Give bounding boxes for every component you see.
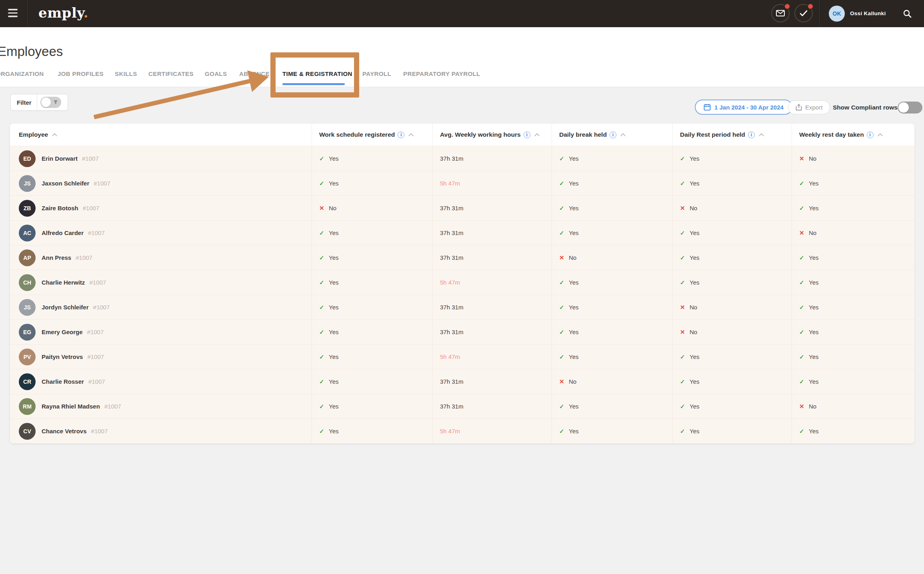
avatar: EG: [19, 324, 36, 341]
status-icon: ✓: [559, 428, 569, 435]
envelope-icon: [776, 10, 785, 16]
avg-hours-cell: 37h 31m: [433, 146, 552, 171]
status-value: Yes: [569, 329, 578, 335]
sort-caret-icon[interactable]: [408, 133, 414, 138]
status-value: No: [809, 229, 816, 236]
tab-time-registration[interactable]: TIME & REGISTRATION: [282, 70, 352, 77]
table-row[interactable]: EG Emery George #1007 ✓Yes 37h 31m ✓Yes …: [10, 319, 914, 344]
user-avatar[interactable]: OK: [829, 6, 845, 22]
info-icon[interactable]: i: [398, 132, 404, 138]
status-icon: ✓: [559, 329, 569, 336]
tab-preparatory-payroll[interactable]: PREPARATORY PAYROLL: [403, 70, 480, 77]
daily-rest-cell: ✓Yes: [673, 171, 792, 195]
employee-name: Chance Vetrovs: [42, 428, 87, 434]
table-row[interactable]: PV Paityn Vetrovs #1007 ✓Yes 5h 47m ✓Yes…: [10, 344, 914, 369]
filter-separator: [37, 94, 37, 110]
date-range-label: 1 Jan 2024 - 30 Apr 2024: [714, 104, 784, 111]
info-icon[interactable]: i: [610, 132, 616, 138]
status-icon: ✕: [680, 304, 690, 311]
work-schedule-cell: ✓Yes: [312, 345, 433, 369]
hours-value: 37h 31m: [440, 304, 463, 311]
tab-organization[interactable]: ORGANIZATION: [0, 70, 44, 77]
daily-break-cell: ✓Yes: [552, 320, 673, 344]
avatar: CR: [19, 373, 36, 390]
column-header-weekly-rest-day[interactable]: Weekly rest day takeni: [792, 124, 914, 146]
messages-button[interactable]: [771, 4, 790, 22]
avatar: RM: [19, 398, 36, 415]
topbar: emply. OK Ossi Kallunki: [0, 0, 924, 27]
employee-id: #1007: [76, 254, 92, 261]
tab-goals[interactable]: GOALS: [205, 70, 227, 77]
column-header-daily-break[interactable]: Daily break heldi: [552, 124, 673, 146]
daily-break-cell: ✓Yes: [552, 295, 673, 319]
status-value: No: [690, 304, 697, 311]
sort-caret-icon[interactable]: [759, 133, 764, 138]
column-header-avg-hours[interactable]: Avg. Weekly working hoursi: [433, 124, 552, 146]
info-icon[interactable]: i: [524, 132, 530, 138]
sort-caret-icon[interactable]: [878, 133, 883, 138]
employee-cell: JS Jaxson Schleifer #1007: [10, 171, 312, 195]
tab-job-profiles[interactable]: JOB PROFILES: [58, 70, 104, 77]
status-value: Yes: [329, 378, 338, 385]
status-icon: ✓: [680, 353, 690, 361]
table-row[interactable]: CH Charlie Herwitz #1007 ✓Yes 5h 47m ✓Ye…: [10, 270, 914, 295]
table-row[interactable]: AP Ann Press #1007 ✓Yes 37h 31m ✕No ✓Yes…: [10, 245, 914, 270]
work-schedule-cell: ✓Yes: [312, 295, 433, 319]
status-icon: ✓: [559, 180, 569, 187]
table-row[interactable]: ED Erin Dorwart #1007 ✓Yes 37h 31m ✓Yes …: [10, 146, 914, 171]
avg-hours-cell: 5h 47m: [433, 270, 552, 295]
employee-cell: ED Erin Dorwart #1007: [10, 146, 312, 171]
tab-absence[interactable]: ABSENCE: [239, 70, 270, 77]
show-compliant-toggle[interactable]: [898, 102, 922, 114]
status-icon: ✓: [799, 205, 809, 212]
status-value: Yes: [329, 254, 338, 261]
app-logo[interactable]: emply.: [38, 5, 88, 21]
tab-certificates[interactable]: CERTIFICATES: [148, 70, 194, 77]
status-icon: ✓: [680, 378, 690, 385]
filter-toggle[interactable]: [40, 97, 61, 108]
table-row[interactable]: CV Chance Vetrovs #1007 ✓Yes 5h 47m ✓Yes…: [10, 419, 914, 443]
weekly-rest-cell: ✓Yes: [792, 320, 914, 344]
table-row[interactable]: JS Jordyn Schleifer #1007 ✓Yes 37h 31m ✓…: [10, 295, 914, 319]
date-range-button[interactable]: 1 Jan 2024 - 30 Apr 2024: [695, 100, 792, 115]
table-row[interactable]: AC Alfredo Carder #1007 ✓Yes 37h 31m ✓Ye…: [10, 220, 914, 245]
active-tab-underline: [282, 83, 345, 85]
tab-payroll[interactable]: PAYROLL: [362, 70, 391, 77]
weekly-rest-cell: ✓Yes: [792, 196, 914, 220]
user-name[interactable]: Ossi Kallunki: [850, 10, 886, 16]
info-icon[interactable]: i: [748, 132, 755, 138]
table-row[interactable]: ZB Zaire Botosh #1007 ✕No 37h 31m ✓Yes ✕…: [10, 195, 914, 220]
avatar: CV: [19, 423, 36, 440]
table-row[interactable]: CR Charlie Rosser #1007 ✓Yes 37h 31m ✕No…: [10, 369, 914, 394]
employee-cell: CH Charlie Herwitz #1007: [10, 270, 312, 295]
filter-label: Filter: [17, 99, 32, 106]
column-header-employee[interactable]: Employee: [10, 124, 312, 146]
hamburger-menu-icon[interactable]: [8, 9, 18, 18]
table-row[interactable]: JS Jaxson Schleifer #1007 ✓Yes 5h 47m ✓Y…: [10, 171, 914, 195]
status-icon: ✓: [559, 205, 569, 212]
daily-break-cell: ✓Yes: [552, 196, 673, 220]
avg-hours-cell: 5h 47m: [433, 419, 552, 443]
sort-caret-icon[interactable]: [620, 133, 626, 138]
sort-caret-icon[interactable]: [52, 133, 57, 138]
avatar: PV: [19, 349, 36, 365]
status-icon: ✓: [559, 279, 569, 286]
table-row[interactable]: RM Rayna Rhiel Madsen #1007 ✓Yes 37h 31m…: [10, 394, 914, 419]
tasks-button[interactable]: [794, 4, 813, 22]
info-icon[interactable]: i: [867, 132, 874, 138]
search-icon[interactable]: [903, 10, 912, 20]
sort-caret-icon[interactable]: [534, 133, 540, 138]
employee-id: #1007: [83, 205, 100, 211]
filter-button[interactable]: Filter: [10, 94, 68, 111]
employee-name: Charlie Rosser: [42, 378, 84, 385]
tab-skills[interactable]: SKILLS: [115, 70, 137, 77]
employee-id: #1007: [87, 353, 104, 360]
status-value: Yes: [809, 353, 818, 360]
work-schedule-cell: ✓Yes: [312, 419, 433, 443]
employee-cell: RM Rayna Rhiel Madsen #1007: [10, 394, 312, 419]
column-header-daily-rest[interactable]: Daily Rest period heldi: [673, 124, 792, 146]
column-header-work-schedule[interactable]: Work schedule registeredi: [312, 124, 433, 146]
avg-hours-cell: 37h 31m: [433, 245, 552, 270]
export-button[interactable]: Export: [788, 100, 830, 114]
status-icon: ✓: [680, 229, 690, 237]
